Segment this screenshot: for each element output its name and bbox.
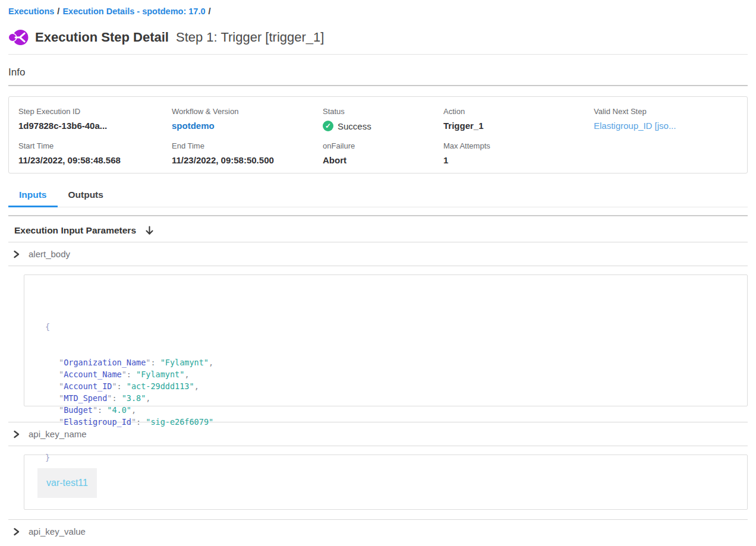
json-colon: : [136,417,146,427]
info-field: Valid Next StepElastigroup_ID [jso... [594,107,738,131]
info-field-label: Status [323,107,443,116]
info-field-label: Action [443,107,594,116]
execution-step-detail-page: Executions/Execution Details - spotdemo:… [0,0,756,543]
divider [8,446,748,446]
json-key-quote: " [59,405,64,415]
json-colon: : [117,381,127,391]
breadcrumb-separator: / [206,7,214,16]
divider [8,215,748,216]
fylamynt-logo-icon [8,29,29,46]
json-key-quote: " [59,370,64,379]
info-field-label: Step Execution ID [18,107,172,116]
info-field-value: Trigger_1 [443,121,594,131]
info-field: ActionTrigger_1 [443,107,594,131]
page-title: Execution Step Detail [35,30,169,45]
info-field: onFailureAbort [323,141,443,165]
info-section-heading: Info [8,67,748,78]
json-open-brace: { [45,321,741,333]
info-field-label: onFailure [323,141,443,150]
title-row: Execution Step Detail Step 1: Trigger [t… [8,28,748,47]
info-field-value: 1 [443,155,594,165]
json-entry: "Budget": "4.0", [45,404,741,416]
info-field-label: Start Time [18,141,172,150]
info-field-value: ✓Success [323,121,443,131]
json-key-quote: " [93,405,97,415]
json-colon: : [112,393,121,403]
info-field-value[interactable]: Elastigroup_ID [jso... [594,121,738,131]
json-key-quote: " [59,393,64,403]
json-colon: : [150,358,160,367]
json-entry: "MTD_Spend": "3.8", [45,392,741,404]
info-field: Start Time11/23/2022, 09:58:48.568 [18,141,172,165]
execution-input-parameters-title: Execution Input Parameters [14,225,136,236]
info-field-label: Valid Next Step [594,107,738,116]
json-key-quote: " [131,417,136,427]
json-colon: : [97,405,107,415]
info-cell-empty [594,141,738,165]
info-field-value[interactable]: spotdemo [172,121,323,131]
info-field-label: Max Attempts [443,141,594,150]
breadcrumb-link-executions[interactable]: Executions [8,7,54,16]
json-comma: , [194,381,199,391]
json-value: "sig-e26f6079" [146,417,213,427]
json-value: "4.0" [107,405,131,415]
breadcrumb: Executions/Execution Details - spotdemo:… [8,0,748,17]
info-field: Status✓Success [323,107,443,131]
info-card: Step Execution ID1d97828c-13b6-40a...Wor… [8,96,748,173]
info-field-value: 11/23/2022, 09:58:50.500 [172,155,323,165]
section-row-api-key-value[interactable]: api_key_value [8,520,748,543]
info-field: End Time11/23/2022, 09:58:50.500 [172,141,323,165]
json-key: Elastigroup_Id [64,417,131,427]
json-value: "Fylamynt" [136,370,184,379]
info-field: Max Attempts1 [443,141,594,165]
download-arrow-icon[interactable] [145,226,154,236]
json-comma: , [184,370,189,379]
info-field: Workflow & Versionspotdemo [172,107,323,131]
json-colon: : [127,370,136,379]
json-key-quote: " [59,381,64,391]
json-value: "Fylamynt" [160,358,209,367]
info-field-label: Workflow & Version [172,107,323,116]
breadcrumb-separator: / [54,7,62,16]
json-entry: "Account_Name": "Fylamynt", [45,368,741,380]
tab-inputs[interactable]: Inputs [8,187,58,207]
info-field-value: Abort [323,155,443,165]
success-check-icon: ✓ [323,121,333,131]
json-entry: "Organization_Name": "Fylamynt", [45,356,741,368]
section-label: api_key_name [29,429,87,439]
divider [8,266,748,266]
json-value: "act-29ddd113" [127,381,194,391]
execution-input-parameters-header: Execution Input Parameters [8,225,748,236]
page-subtitle: Step 1: Trigger [trigger_1] [176,30,324,45]
chevron-right-icon [12,430,20,438]
divider [8,54,748,55]
info-field-label: End Time [172,141,323,150]
chevron-right-icon [12,528,20,536]
status-text: Success [338,121,371,131]
chevron-right-icon [12,250,20,258]
api-key-name-value-box: var-test11 [24,455,748,510]
json-key: Account_Name [64,370,122,379]
json-key: Budget [64,405,93,415]
json-comma: , [131,405,136,415]
tab-outputs[interactable]: Outputs [58,187,114,207]
alert-body-json-box: { "Organization_Name": "Fylamynt","Accou… [24,274,748,406]
api-key-name-chip: var-test11 [37,468,97,498]
json-key: Account_ID [64,381,112,391]
json-key: Organization_Name [64,358,146,367]
info-field: Step Execution ID1d97828c-13b6-40a... [18,107,172,131]
json-entry: "Account_ID": "act-29ddd113", [45,380,741,392]
divider [8,85,748,86]
info-field-value: 1d97828c-13b6-40a... [18,121,172,131]
section-row-alert-body[interactable]: alert_body [8,242,748,266]
section-label: alert_body [29,249,70,259]
breadcrumb-link-execution-details[interactable]: Execution Details - spotdemo: 17.0 [62,7,205,16]
info-field-value: 11/23/2022, 09:58:48.568 [18,155,172,165]
info-grid: Step Execution ID1d97828c-13b6-40a...Wor… [18,107,738,165]
json-comma: , [209,358,213,367]
json-entries: "Organization_Name": "Fylamynt","Account… [45,356,741,428]
section-label: api_key_value [29,526,86,536]
json-key-quote: " [59,417,64,427]
json-key-quote: " [122,370,127,379]
json-key: MTD_Spend [64,393,107,403]
